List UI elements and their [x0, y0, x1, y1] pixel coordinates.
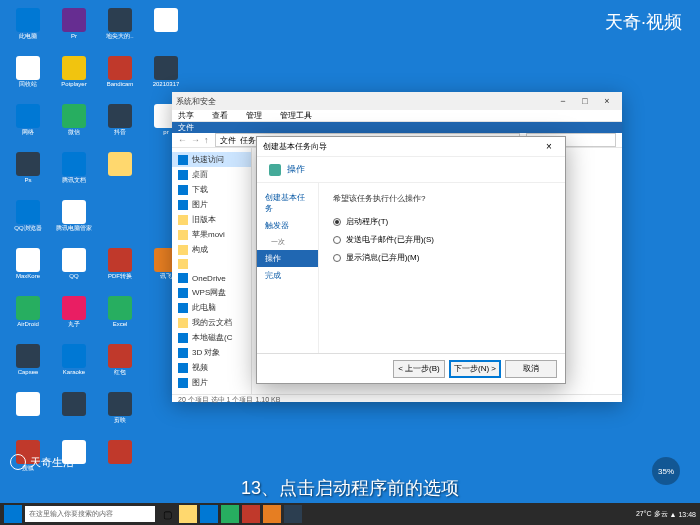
taskbar-app-icon[interactable]	[200, 505, 218, 523]
sidebar-item[interactable]: 我的云文档	[172, 315, 251, 330]
sidebar-item[interactable]: 图片	[172, 197, 251, 212]
desktop-icon[interactable]: AirDroid	[8, 296, 48, 340]
desktop-icon[interactable]: Potplayer	[54, 56, 94, 100]
minimize-button[interactable]: −	[552, 92, 574, 110]
desktop-icon[interactable]: QQ浏览器	[8, 200, 48, 244]
close-button[interactable]: ×	[596, 92, 618, 110]
desktop-icon[interactable]: 腾讯电脑管家	[54, 200, 94, 244]
app-icon	[62, 344, 86, 368]
sidebar-item[interactable]: 视频	[172, 360, 251, 375]
app-icon	[154, 8, 178, 32]
sidebar-item[interactable]: 此电脑	[172, 300, 251, 315]
desktop-icon[interactable]: Bandicam	[100, 56, 140, 100]
app-icon	[62, 8, 86, 32]
sidebar-item[interactable]: 构成	[172, 242, 251, 257]
desktop-icon[interactable]	[8, 392, 48, 436]
taskbar-app-icon[interactable]	[242, 505, 260, 523]
desktop-icon[interactable]: QQ	[54, 248, 94, 292]
wizard-cancel-button[interactable]: 取消	[505, 360, 557, 378]
watermark-sublogo: 天奇生活	[10, 454, 74, 470]
taskbar-app-icon[interactable]	[221, 505, 239, 523]
sidebar-item-label: 我的云文档	[192, 317, 232, 328]
app-icon	[108, 296, 132, 320]
sidebar-item[interactable]	[172, 257, 251, 271]
radio-option[interactable]: 显示消息(已弃用)(M)	[333, 252, 551, 263]
app-icon	[108, 440, 132, 464]
task-view-icon[interactable]: ▢	[158, 505, 176, 523]
taskbar-app-icon[interactable]	[284, 505, 302, 523]
weather-widget[interactable]: 27°C 多云	[636, 509, 668, 519]
radio-option[interactable]: 发送电子邮件(已弃用)(S)	[333, 234, 551, 245]
folder-icon	[178, 230, 188, 240]
desktop-icon[interactable]	[54, 392, 94, 436]
sidebar-item[interactable]: 下载	[172, 182, 251, 197]
desktop-icon[interactable]	[146, 8, 186, 52]
desktop-icon-label: Bandicam	[107, 81, 134, 88]
desktop-icon-label: Excel	[113, 321, 128, 328]
start-button[interactable]	[4, 505, 22, 523]
desktop-icon[interactable]: 腾讯文档	[54, 152, 94, 196]
nav-back-icon[interactable]: ←	[178, 135, 187, 145]
radio-label: 发送电子邮件(已弃用)(S)	[346, 234, 434, 245]
desktop-icon[interactable]: 剪映	[100, 392, 140, 436]
wizard-close-button[interactable]: ×	[539, 141, 559, 152]
radio-option[interactable]: 启动程序(T)	[333, 216, 551, 227]
sidebar-item[interactable]: 3D 对象	[172, 345, 251, 360]
explorer-titlebar[interactable]: 系统和安全 − □ ×	[172, 92, 622, 110]
taskbar-app-icon[interactable]	[263, 505, 281, 523]
nav-up-icon[interactable]: ↑	[204, 135, 209, 145]
desktop-icon[interactable]: 地尖大的..	[100, 8, 140, 52]
desktop-icon[interactable]: 回收站	[8, 56, 48, 100]
wizard-header: 操作	[257, 157, 565, 183]
desktop-icon[interactable]: Capsee	[8, 344, 48, 388]
wizard-step[interactable]: 完成	[257, 267, 318, 284]
wizard-step[interactable]: 一次	[257, 234, 318, 250]
tray-icon[interactable]: ▲	[670, 511, 677, 518]
wizard-footer: < 上一步(B) 下一步(N) > 取消	[257, 353, 565, 383]
desktop-icon[interactable]: Karaoke	[54, 344, 94, 388]
desktop-icon[interactable]: 此电脑	[8, 8, 48, 52]
wizard-next-button[interactable]: 下一步(N) >	[449, 360, 501, 378]
wizard-back-button[interactable]: < 上一步(B)	[393, 360, 445, 378]
wizard-step[interactable]: 创建基本任务	[257, 189, 318, 217]
ribbon-file-label[interactable]: 文件	[178, 122, 194, 133]
sidebar-item[interactable]: 桌面	[172, 167, 251, 182]
sidebar-item[interactable]: 苹果movi	[172, 227, 251, 242]
wizard-step[interactable]: 触发器	[257, 217, 318, 234]
clock[interactable]: 13:48	[678, 511, 696, 518]
desktop-icon[interactable]: 微信	[54, 104, 94, 148]
sidebar-item[interactable]: 快速访问	[172, 152, 251, 167]
sidebar-item[interactable]: WPS网盘	[172, 285, 251, 300]
desktop-icon[interactable]: Excel	[100, 296, 140, 340]
app-icon	[108, 344, 132, 368]
desktop-icon[interactable]: PDF转换	[100, 248, 140, 292]
maximize-button[interactable]: □	[574, 92, 596, 110]
taskbar-tray[interactable]: 27°C 多云 ▲ 13:48	[636, 509, 696, 519]
desktop-icon[interactable]: 丸子	[54, 296, 94, 340]
ribbon-tab[interactable]: 管理	[246, 110, 262, 121]
taskbar-search-input[interactable]: 在这里输入你要搜索的内容	[25, 506, 155, 522]
ribbon-tab[interactable]: 查看	[212, 110, 228, 121]
ribbon-tab[interactable]: 共享	[178, 110, 194, 121]
desktop-icon[interactable]: 红包	[100, 344, 140, 388]
sidebar-item[interactable]: 图片	[172, 375, 251, 390]
taskbar-explorer-icon[interactable]	[179, 505, 197, 523]
wizard-step[interactable]: 操作	[257, 250, 318, 267]
sidebar-item[interactable]: OneDrive	[172, 271, 251, 285]
desktop-icon[interactable]	[100, 152, 140, 196]
desktop-icon[interactable]: Pr	[54, 8, 94, 52]
desktop-icon[interactable]: 网络	[8, 104, 48, 148]
sidebar-item[interactable]: 本地磁盘(C	[172, 330, 251, 345]
video-subtitle: 13、点击启动程序前的选项	[0, 476, 700, 500]
folder-icon	[178, 245, 188, 255]
desktop-icon[interactable]: 抖音	[100, 104, 140, 148]
wizard-titlebar[interactable]: 创建基本任务向导 ×	[257, 137, 565, 157]
wizard-content: 希望该任务执行什么操作? 启动程序(T)发送电子邮件(已弃用)(S)显示消息(已…	[319, 183, 565, 353]
desktop-icon[interactable]	[100, 200, 140, 244]
nav-fwd-icon[interactable]: →	[191, 135, 200, 145]
folder-icon	[178, 273, 188, 283]
desktop-icon[interactable]: MaxKore	[8, 248, 48, 292]
desktop-icon[interactable]: Ps	[8, 152, 48, 196]
sidebar-item[interactable]: 旧版本	[172, 212, 251, 227]
ribbon-tab[interactable]: 管理工具	[280, 110, 312, 121]
